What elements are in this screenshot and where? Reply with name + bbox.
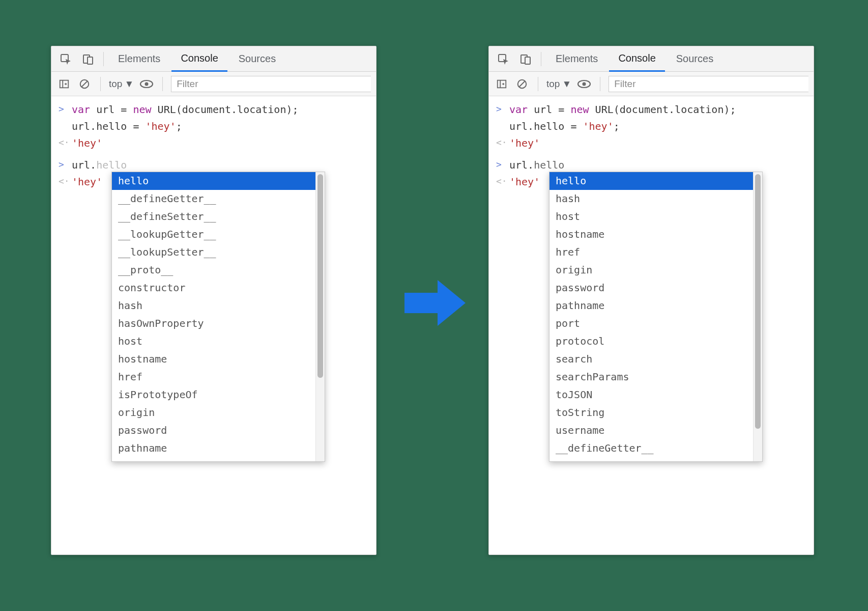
autocomplete-item[interactable]: hostname: [549, 226, 753, 243]
tab-console[interactable]: Console: [171, 47, 227, 72]
autocomplete-item[interactable]: __defineGetter__: [112, 190, 315, 208]
arrow-icon: [402, 275, 468, 331]
scrollbar[interactable]: [315, 172, 325, 461]
scrollbar[interactable]: [753, 172, 762, 461]
code-line: url.hello = 'hey';: [72, 119, 182, 134]
console-input-row: url.hello = 'hey';: [489, 118, 814, 135]
autocomplete-item[interactable]: username: [549, 422, 753, 439]
svg-point-13: [583, 82, 586, 86]
autocomplete-item[interactable]: __proto__: [112, 261, 315, 279]
execution-context-selector[interactable]: top ▼: [109, 78, 134, 90]
tab-elements[interactable]: Elements: [109, 46, 169, 71]
autocomplete-item[interactable]: password: [549, 279, 753, 297]
autocomplete-item[interactable]: hello: [549, 172, 753, 190]
inspect-icon[interactable]: [55, 49, 76, 69]
svg-rect-2: [88, 57, 93, 64]
console-output-row: <· 'hey': [51, 135, 376, 152]
sidebar-toggle-icon[interactable]: [494, 76, 509, 92]
sidebar-toggle-icon[interactable]: [56, 76, 72, 92]
filter-input[interactable]: Filter: [171, 76, 371, 92]
autocomplete-item[interactable]: constructor: [112, 279, 315, 297]
divider: [600, 77, 600, 91]
svg-point-6: [145, 82, 149, 86]
input-chevron-icon: >: [496, 158, 509, 173]
devtools-panel-right: Elements Console Sources top ▼ Filter > …: [488, 46, 814, 555]
autocomplete-item[interactable]: hasOwnProperty: [112, 315, 315, 332]
scrollbar-thumb[interactable]: [755, 174, 761, 429]
autocomplete-item[interactable]: hash: [112, 297, 315, 315]
output-chevron-icon: <·: [496, 175, 509, 189]
console-body[interactable]: > var url = new URL(document.location); …: [51, 96, 376, 190]
autocomplete-item[interactable]: origin: [112, 404, 315, 422]
autocomplete-item[interactable]: host: [549, 208, 753, 226]
clear-console-icon[interactable]: [77, 76, 92, 92]
autocomplete-popup[interactable]: hello hash host hostname href origin pas…: [549, 172, 763, 462]
autocomplete-item[interactable]: isPrototypeOf: [112, 386, 315, 404]
eager-eval-value: 'hey': [72, 175, 102, 189]
autocomplete-item[interactable]: origin: [549, 261, 753, 279]
dropdown-caret-icon: ▼: [562, 78, 571, 90]
dropdown-caret-icon: ▼: [124, 78, 134, 90]
autocomplete-item[interactable]: host: [112, 332, 315, 350]
tab-elements[interactable]: Elements: [546, 46, 607, 71]
console-body[interactable]: > var url = new URL(document.location); …: [489, 96, 814, 190]
code-line: var url = new URL(document.location);: [72, 102, 299, 117]
device-toggle-icon[interactable]: [78, 49, 98, 69]
divider: [541, 52, 541, 66]
console-toolbar: top ▼ Filter: [489, 72, 814, 96]
clear-console-icon[interactable]: [514, 76, 530, 92]
input-chevron-icon: >: [59, 158, 72, 173]
live-expression-icon[interactable]: [139, 76, 154, 92]
execution-context-selector[interactable]: top ▼: [546, 78, 571, 90]
autocomplete-list[interactable]: hello hash host hostname href origin pas…: [549, 172, 753, 461]
autocomplete-item[interactable]: pathname: [112, 439, 315, 457]
autocomplete-popup[interactable]: hello __defineGetter__ __defineSetter__ …: [111, 172, 325, 462]
autocomplete-item[interactable]: port: [112, 457, 315, 461]
autocomplete-item[interactable]: password: [112, 422, 315, 439]
divider: [103, 52, 104, 66]
autocomplete-item[interactable]: href: [549, 243, 753, 261]
tab-console[interactable]: Console: [609, 47, 664, 72]
filter-input[interactable]: Filter: [609, 76, 808, 92]
autocomplete-item[interactable]: __defineSetter__: [549, 457, 753, 461]
tab-sources[interactable]: Sources: [229, 46, 285, 71]
console-input-row: > var url = new URL(document.location);: [489, 101, 814, 118]
inspect-icon[interactable]: [493, 49, 513, 69]
divider: [100, 77, 101, 91]
context-label: top: [546, 78, 560, 90]
autocomplete-item[interactable]: hello: [112, 172, 315, 190]
console-input-row: url.hello = 'hey';: [51, 118, 376, 135]
autocomplete-item[interactable]: searchParams: [549, 368, 753, 386]
svg-rect-9: [525, 57, 530, 64]
autocomplete-item[interactable]: hash: [549, 190, 753, 208]
prompt-text: url.hello: [509, 158, 564, 173]
autocomplete-item[interactable]: toJSON: [549, 386, 753, 404]
output-chevron-icon: <·: [496, 136, 509, 151]
console-toolbar: top ▼ Filter: [51, 72, 376, 96]
autocomplete-item[interactable]: toString: [549, 404, 753, 422]
device-toggle-icon[interactable]: [515, 49, 536, 69]
divider: [162, 77, 163, 91]
context-label: top: [109, 78, 122, 90]
autocomplete-item[interactable]: hostname: [112, 350, 315, 368]
console-input-row: > var url = new URL(document.location);: [51, 101, 376, 118]
filter-placeholder: Filter: [177, 78, 198, 90]
autocomplete-item[interactable]: protocol: [549, 332, 753, 350]
output-value: 'hey': [72, 136, 102, 151]
autocomplete-item[interactable]: port: [549, 315, 753, 332]
autocomplete-item[interactable]: __defineSetter__: [112, 208, 315, 226]
svg-rect-3: [60, 80, 69, 88]
filter-placeholder: Filter: [614, 78, 635, 90]
autocomplete-item[interactable]: pathname: [549, 297, 753, 315]
autocomplete-item[interactable]: href: [112, 368, 315, 386]
autocomplete-list[interactable]: hello __defineGetter__ __defineSetter__ …: [112, 172, 315, 461]
input-chevron-icon: >: [496, 102, 509, 117]
autocomplete-item[interactable]: __defineGetter__: [549, 439, 753, 457]
code-line: url.hello = 'hey';: [509, 119, 620, 134]
autocomplete-item[interactable]: search: [549, 350, 753, 368]
live-expression-icon[interactable]: [576, 76, 592, 92]
scrollbar-thumb[interactable]: [317, 174, 323, 378]
tab-sources[interactable]: Sources: [667, 46, 722, 71]
autocomplete-item[interactable]: __lookupGetter__: [112, 226, 315, 243]
autocomplete-item[interactable]: __lookupSetter__: [112, 243, 315, 261]
